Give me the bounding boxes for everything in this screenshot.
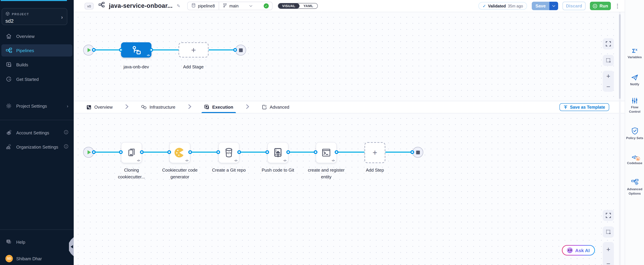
tab-label: Execution [212, 105, 233, 110]
step-label[interactable]: Push code to Git [261, 167, 295, 174]
play-icon [88, 150, 91, 154]
stage-node-java-onb-dev[interactable]: </> [121, 42, 152, 58]
tab-advanced[interactable]: Advanced [258, 101, 293, 113]
rail-item-advanced-options[interactable]: Advanced Options [625, 179, 644, 196]
step-create-git-repo[interactable]: </> </> [218, 142, 239, 163]
zoom-in-button[interactable]: + [606, 73, 610, 79]
stop-icon [239, 48, 242, 52]
branch-select[interactable]: main [219, 3, 256, 9]
run-button[interactable]: Run [590, 2, 611, 10]
edge [142, 152, 169, 153]
discard-button[interactable]: Discard [562, 2, 586, 10]
user-name: Shibam Dhar [16, 256, 42, 261]
tab-overview[interactable]: Overview [83, 101, 116, 113]
tab-infrastructure[interactable]: Infrastructure [138, 101, 179, 113]
info-icon[interactable] [64, 144, 68, 150]
step-cloning-cookiecutter[interactable]: </> [121, 142, 142, 163]
zoom-out-button[interactable]: − [606, 260, 610, 265]
git-branch-icon [222, 3, 227, 9]
stage-overview-icon [86, 105, 91, 110]
sidebar-item-overview[interactable]: Overview [1, 30, 72, 42]
sidebar-item-account-settings[interactable]: Account Settings [1, 127, 72, 139]
tab-label: Advanced [270, 105, 290, 110]
project-selector[interactable]: PROJECT sd2 › [2, 8, 67, 25]
step-label[interactable]: create and register entity [308, 167, 345, 181]
add-step-button[interactable]: + [364, 142, 386, 163]
zoom-out-button[interactable]: − [606, 83, 610, 90]
add-stage-button[interactable]: + [178, 42, 208, 58]
chevron-right-icon [246, 104, 249, 110]
rail-item-codebase[interactable]: </> Codebase [625, 154, 644, 165]
codebase-icon: </> [632, 154, 638, 160]
stage-name-label[interactable]: java-onb-dev [116, 64, 156, 70]
info-icon[interactable] [64, 130, 68, 135]
rail-item-notify[interactable]: Notify [625, 74, 644, 87]
save-options-caret[interactable] [549, 2, 558, 10]
node-port [119, 150, 123, 154]
toggle-visual[interactable]: VISUAL [278, 4, 299, 9]
add-stage-label[interactable]: Add Stage [173, 64, 214, 70]
project-name: sd2 [6, 18, 64, 24]
more-options-kebab[interactable] [615, 2, 620, 10]
sidebar-item-builds[interactable]: Builds [1, 59, 72, 71]
user-menu[interactable]: SD Shibam Dhar [6, 253, 42, 264]
canvas-fullscreen-button[interactable] [603, 38, 614, 49]
sidebar-item-label: Get Started [16, 77, 39, 82]
edge [190, 152, 218, 153]
collapse-left-icon [71, 245, 73, 248]
step-cookiecutter-generator[interactable]: </> [169, 142, 190, 163]
canvas-fullscreen-button[interactable] [603, 210, 614, 221]
sidebar-divider [0, 120, 74, 120]
pipeline-header: v0 java-service-onboar... ✎ </> pipeline… [74, 0, 625, 12]
sidebar-item-help[interactable]: ? Help [1, 236, 72, 248]
tab-label: Overview [94, 105, 112, 110]
step-push-code-to-git[interactable]: </> [268, 142, 288, 163]
canvas-reset-selection-button[interactable] [603, 55, 614, 66]
sidebar-item-pipelines[interactable]: Pipelines [1, 44, 72, 57]
execution-graph-canvas[interactable]: </> </> </> </> [74, 113, 625, 265]
cube-icon [6, 11, 10, 17]
svg-text:</>: </> [226, 151, 232, 155]
scrollbar-thumb[interactable] [619, 14, 621, 99]
rail-item-flow-control[interactable]: Flow Control [625, 98, 644, 114]
pipeline-select[interactable]: </> pipeline8 [188, 3, 218, 9]
vertical-scrollbar[interactable] [619, 12, 621, 265]
chevron-right-icon [188, 104, 191, 110]
step-create-register-entity[interactable]: </> [316, 142, 337, 163]
yaml-code-badge-icon: </> [147, 54, 150, 57]
add-step-label[interactable]: Add Step [354, 167, 395, 174]
edit-pencil-icon[interactable]: ✎ [177, 4, 180, 9]
sidebar-item-organization-settings[interactable]: Organization Settings [1, 141, 72, 153]
ask-ai-button[interactable]: Ask AI [562, 245, 595, 255]
rail-item-variables[interactable]: Σx Variables [625, 48, 644, 60]
step-label[interactable]: Create a Git repo [212, 167, 246, 174]
pipeline-icon [98, 2, 106, 10]
sidebar-item-project-settings[interactable]: Project Settings › [1, 100, 72, 112]
toggle-yaml[interactable]: YAML [299, 4, 317, 9]
save-button[interactable]: Save [532, 2, 549, 10]
ai-bot-icon [567, 247, 573, 253]
node-port [140, 150, 144, 154]
svg-text:</>: </> [192, 5, 194, 7]
stage-glyph-icon [130, 45, 142, 55]
canvas-reset-selection-button[interactable] [603, 226, 614, 237]
yaml-code-badge-icon: </> [284, 159, 286, 162]
save-as-template-button[interactable]: Save as Template [560, 103, 609, 111]
account-layers-icon [6, 129, 12, 136]
sidebar-item-get-started[interactable]: Get Started [1, 73, 72, 85]
validated-badge[interactable]: ✓ Validated 35m ago [478, 2, 527, 10]
stage-graph-canvas[interactable]: </> + java-onb-dev Add Stage + − [74, 12, 625, 101]
node-port [150, 48, 153, 52]
chevron-right-icon: › [67, 103, 68, 108]
step-label[interactable]: Cookiecutter code generator [160, 167, 200, 181]
step-label[interactable]: Cloning cookiecutter... [111, 167, 152, 181]
sidebar-item-label: Help [16, 239, 25, 244]
chevron-down-icon [249, 4, 252, 7]
run-play-icon [593, 4, 598, 8]
sidebar-item-label: Project Settings [16, 103, 47, 108]
node-port [266, 150, 269, 154]
variables-sigma-icon: Σx [632, 48, 638, 54]
rail-item-policy-sets[interactable]: Policy Sets [625, 127, 644, 140]
tab-execution[interactable]: Execution [201, 101, 237, 113]
zoom-in-button[interactable]: + [606, 246, 610, 253]
